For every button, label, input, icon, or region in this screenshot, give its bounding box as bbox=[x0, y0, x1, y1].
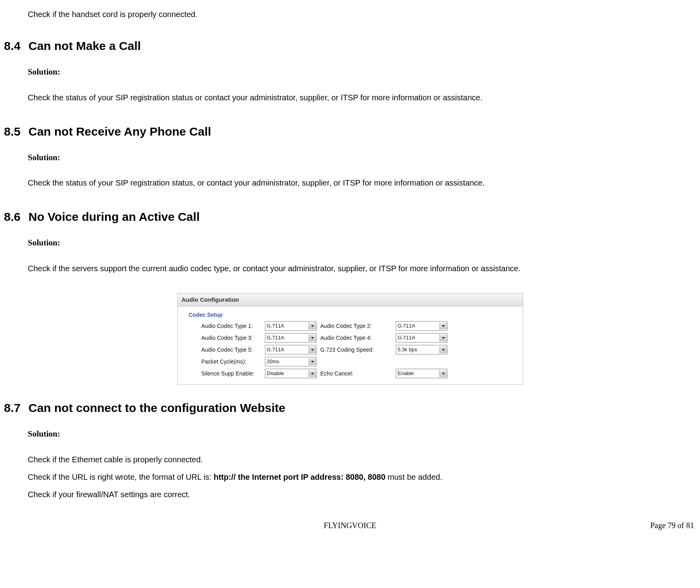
select-value: G.711A bbox=[398, 322, 415, 330]
svg-marker-0 bbox=[311, 325, 314, 327]
codec-type-3-select[interactable]: G.711A bbox=[265, 333, 316, 343]
body-line: Check if the Ethernet cable is properly … bbox=[28, 451, 696, 468]
codec-label: Audio Codec Type 4: bbox=[320, 333, 392, 342]
solution-label: Solution: bbox=[28, 236, 696, 250]
audio-config-title: Audio Configuration bbox=[178, 293, 523, 306]
codec-type-5-select[interactable]: G.711A bbox=[265, 345, 316, 354]
heading-8-4: 8.4Can not Make a Call bbox=[4, 36, 696, 56]
heading-title: Can not connect to the configuration Web… bbox=[29, 401, 286, 414]
heading-title: Can not Receive Any Phone Call bbox=[29, 125, 211, 138]
chevron-down-icon bbox=[309, 358, 316, 365]
codec-type-2-select[interactable]: G.711A bbox=[396, 321, 447, 331]
url-format-bold: http:// the Internet port IP address: 80… bbox=[214, 473, 385, 481]
svg-marker-1 bbox=[442, 325, 445, 327]
chevron-down-icon bbox=[309, 334, 316, 341]
chevron-down-icon bbox=[439, 322, 447, 329]
heading-8-6: 8.6No Voice during an Active Call bbox=[4, 207, 696, 226]
chevron-down-icon bbox=[439, 334, 447, 341]
page-footer: FLYINGVOICE Page 79 of 81 bbox=[4, 519, 696, 536]
section-body: Check the status of your SIP registratio… bbox=[28, 89, 696, 106]
svg-marker-5 bbox=[442, 349, 445, 351]
chevron-down-icon bbox=[439, 346, 447, 353]
codec-label: Echo Cancel: bbox=[320, 369, 392, 378]
chevron-down-icon bbox=[309, 370, 316, 377]
body-line: Check if your firewall/NAT settings are … bbox=[28, 486, 696, 503]
heading-num: 8.5 bbox=[4, 125, 21, 138]
heading-8-7: 8.7Can not connect to the configuration … bbox=[4, 398, 696, 418]
select-value: G.711A bbox=[398, 334, 415, 342]
codec-label: Audio Codec Type 1: bbox=[201, 322, 261, 330]
select-value: Enable bbox=[398, 370, 414, 378]
codec-setup-label: Codec Setup bbox=[189, 310, 523, 319]
heading-num: 8.4 bbox=[4, 39, 21, 52]
text-span: Check if the URL is right wrote, the for… bbox=[28, 473, 214, 481]
echo-cancel-select[interactable]: Enable bbox=[396, 369, 447, 378]
heading-title: No Voice during an Active Call bbox=[29, 210, 200, 223]
select-value: G.711A bbox=[267, 322, 284, 330]
svg-marker-2 bbox=[311, 337, 314, 339]
solution-label: Solution: bbox=[28, 65, 696, 79]
section-body: Check if the servers support the current… bbox=[28, 260, 696, 277]
solution-label: Solution: bbox=[28, 427, 696, 441]
heading-num: 8.6 bbox=[4, 210, 21, 223]
codec-label: G.723 Coding Speed: bbox=[320, 345, 392, 354]
codec-type-4-select[interactable]: G.711A bbox=[396, 333, 447, 343]
g723-speed-select[interactable]: 5.3k bps bbox=[396, 345, 447, 354]
select-value: G.711A bbox=[267, 334, 284, 342]
svg-marker-6 bbox=[311, 361, 314, 363]
chevron-down-icon bbox=[439, 370, 447, 377]
footer-brand: FLYINGVOICE bbox=[324, 519, 376, 532]
codec-label: Audio Codec Type 5: bbox=[201, 345, 261, 354]
chevron-down-icon bbox=[309, 322, 316, 329]
footer-page-number: Page 79 of 81 bbox=[650, 519, 694, 532]
codec-label: Packet Cycle(ms): bbox=[201, 357, 261, 366]
codec-type-1-select[interactable]: G.711A bbox=[265, 321, 316, 331]
codec-grid: Audio Codec Type 1: G.711A Audio Codec T… bbox=[201, 321, 523, 378]
section-body: Check if the Ethernet cable is properly … bbox=[28, 451, 696, 503]
silence-supp-select[interactable]: Disable bbox=[265, 369, 316, 378]
select-value: G.711A bbox=[267, 346, 284, 354]
codec-label: Silence Supp Enable: bbox=[201, 369, 261, 378]
section-body: Check the status of your SIP registratio… bbox=[28, 174, 696, 192]
svg-marker-3 bbox=[442, 337, 445, 339]
svg-marker-8 bbox=[442, 373, 445, 375]
intro-text: Check if the handset cord is properly co… bbox=[28, 8, 696, 21]
audio-config-panel: Audio Configuration Codec Setup Audio Co… bbox=[177, 293, 523, 385]
codec-label: Audio Codec Type 3: bbox=[201, 333, 261, 342]
select-value: 20ms bbox=[267, 358, 280, 366]
body-line: Check if the URL is right wrote, the for… bbox=[28, 468, 696, 486]
heading-title: Can not Make a Call bbox=[29, 39, 141, 52]
chevron-down-icon bbox=[309, 346, 316, 353]
select-value: Disable bbox=[267, 370, 284, 378]
heading-num: 8.7 bbox=[4, 401, 21, 414]
svg-marker-7 bbox=[311, 373, 314, 375]
svg-marker-4 bbox=[311, 349, 314, 351]
packet-cycle-select[interactable]: 20ms bbox=[265, 357, 316, 366]
heading-8-5: 8.5Can not Receive Any Phone Call bbox=[4, 122, 696, 141]
solution-label: Solution: bbox=[28, 151, 696, 165]
select-value: 5.3k bps bbox=[398, 346, 417, 354]
text-span: must be added. bbox=[385, 473, 442, 481]
codec-label: Audio Codec Type 2: bbox=[320, 322, 392, 330]
